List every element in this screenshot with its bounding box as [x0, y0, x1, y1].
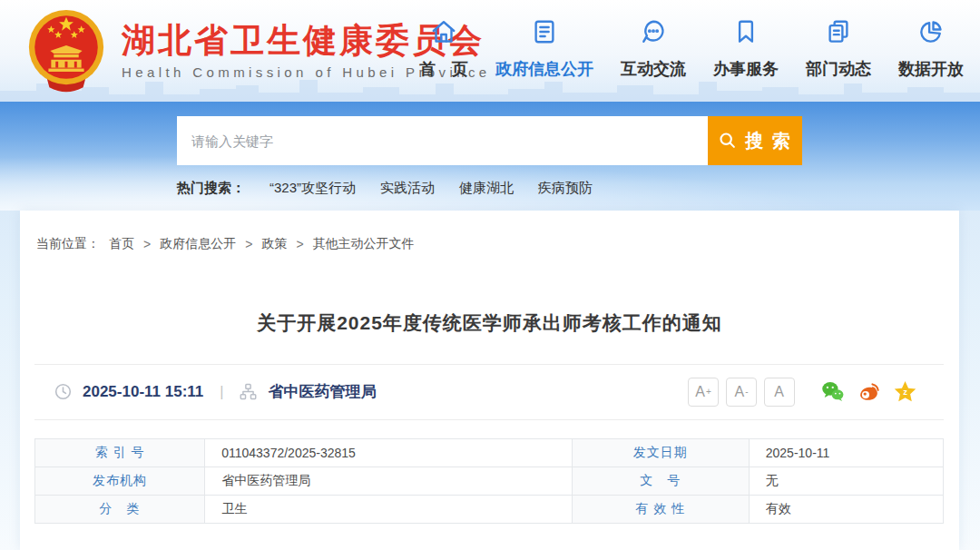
svg-text:z: z: [903, 388, 907, 397]
publish-datetime: 2025-10-11 15:11: [83, 383, 203, 401]
article-meta-row: 2025-10-11 15:11 | 省中医药管理局 A+ A- A: [20, 364, 959, 419]
table-row: 分 类 卫生 有 效 性 有效: [35, 496, 944, 524]
meta-value-doc-no: 无: [749, 467, 943, 496]
document-icon: [531, 18, 558, 49]
wechat-share-icon[interactable]: [820, 379, 845, 404]
weibo-share-icon[interactable]: [857, 379, 881, 404]
nav-label: 互动交流: [621, 58, 686, 80]
nav-item-interaction[interactable]: 互动交流: [621, 18, 686, 80]
search-button-label: 搜 索: [745, 129, 792, 153]
meta-value-index-no: 011043372/2025-32815: [205, 439, 572, 467]
pie-chart-icon: [917, 18, 945, 49]
nav-label: 首 页: [419, 58, 468, 80]
hot-search-link[interactable]: “323”攻坚行动: [270, 180, 356, 197]
meta-label-index-no: 索 引 号: [35, 439, 205, 467]
publish-source[interactable]: 省中医药管理局: [268, 381, 376, 402]
meta-label-issue-date: 发文日期: [572, 439, 749, 467]
nav-item-departments[interactable]: 部门动态: [806, 18, 871, 80]
home-icon: [430, 18, 457, 49]
article-card: 当前位置： 首页 > 政府信息公开 > 政策 > 其他主动公开文件 关于开展20…: [20, 211, 959, 550]
search-icon: [718, 131, 738, 151]
hot-search-link[interactable]: 实践活动: [380, 180, 435, 197]
breadcrumb-item-home[interactable]: 首页: [109, 236, 134, 252]
font-increase-button[interactable]: A+: [688, 378, 719, 407]
search-button[interactable]: 搜 索: [708, 116, 802, 165]
clock-icon: [54, 383, 72, 400]
site-header: 湖北省卫生健康委员会 Health Commission of Hubei Pr…: [0, 0, 980, 102]
meta-value-category: 卫生: [205, 496, 572, 524]
hot-search-link[interactable]: 健康湖北: [459, 180, 514, 197]
meta-value-issue-date: 2025-10-11: [749, 439, 943, 467]
breadcrumb: 当前位置： 首页 > 政府信息公开 > 政策 > 其他主动公开文件: [36, 236, 415, 252]
article-meta-controls: A+ A- A: [688, 364, 917, 419]
hot-search-row: 热门搜索： “323”攻坚行动 实践活动 健康湖北 疾病预防: [177, 180, 593, 197]
nav-label: 部门动态: [806, 58, 871, 80]
meta-value-publisher: 省中医药管理局: [205, 467, 572, 496]
hot-search-label: 热门搜索：: [177, 180, 245, 197]
breadcrumb-item-gov-info[interactable]: 政府信息公开: [160, 236, 236, 252]
page-title: 关于开展2025年度传统医学师承出师考核工作的通知: [20, 310, 959, 336]
search-input[interactable]: [177, 116, 708, 165]
meta-label-doc-no: 文 号: [572, 467, 749, 496]
article-meta-left: 2025-10-11 15:11 | 省中医药管理局: [54, 364, 376, 419]
nav-label: 数据开放: [898, 58, 964, 80]
nav-item-services[interactable]: 办事服务: [713, 18, 779, 80]
meta-label-validity: 有 效 性: [572, 496, 749, 524]
qzone-share-icon[interactable]: z: [893, 379, 917, 404]
table-row: 索 引 号 011043372/2025-32815 发文日期 2025-10-…: [35, 439, 944, 467]
breadcrumb-separator: >: [143, 237, 151, 251]
breadcrumb-item-other-docs[interactable]: 其他主动公开文件: [313, 236, 415, 252]
main-navigation: 首 页 政府信息公开 互动交流: [419, 18, 964, 80]
font-reset-button[interactable]: A: [764, 378, 795, 407]
nav-item-home[interactable]: 首 页: [419, 18, 468, 80]
hot-search-link[interactable]: 疾病预防: [538, 180, 593, 197]
nav-label: 政府信息公开: [495, 58, 593, 80]
bookmark-icon: [732, 18, 760, 49]
font-decrease-button[interactable]: A-: [726, 378, 757, 407]
nav-label: 办事服务: [713, 58, 779, 80]
document-meta-table: 索 引 号 011043372/2025-32815 发文日期 2025-10-…: [34, 438, 944, 524]
breadcrumb-label: 当前位置：: [36, 236, 100, 252]
pages-icon: [825, 18, 852, 49]
table-row: 发布机构 省中医药管理局 文 号 无: [35, 467, 944, 496]
breadcrumb-separator: >: [296, 237, 303, 251]
meta-separator: |: [220, 384, 223, 400]
org-chart-icon: [240, 383, 257, 400]
divider: [34, 419, 944, 420]
nav-item-gov-info[interactable]: 政府信息公开: [495, 18, 593, 80]
nav-item-open-data[interactable]: 数据开放: [898, 18, 964, 80]
breadcrumb-separator: >: [245, 237, 252, 251]
national-emblem-icon: [24, 7, 109, 93]
meta-value-validity: 有效: [749, 496, 943, 524]
search-section: 搜 索 热门搜索： “323”攻坚行动 实践活动 健康湖北 疾病预防: [0, 102, 980, 211]
chat-bubble-icon: [640, 18, 667, 49]
meta-label-category: 分 类: [35, 496, 205, 524]
breadcrumb-item-policy[interactable]: 政策: [261, 236, 287, 252]
meta-label-publisher: 发布机构: [35, 467, 205, 496]
share-icons: z: [820, 379, 917, 404]
